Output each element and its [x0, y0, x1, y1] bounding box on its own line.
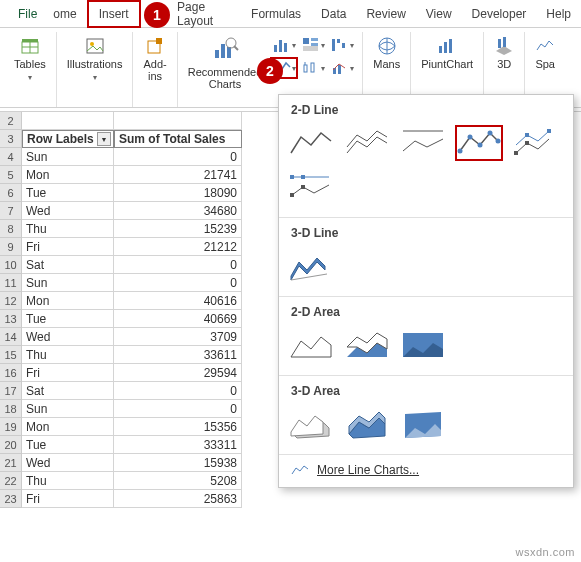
cell[interactable]	[114, 112, 242, 130]
row-header[interactable]: 15	[0, 346, 21, 364]
cell[interactable]: Wed	[22, 328, 114, 346]
cell[interactable]: 21212	[114, 238, 242, 256]
row-header[interactable]: 19	[0, 418, 21, 436]
maps-button[interactable]: Mans	[369, 34, 404, 72]
row-header[interactable]: 20	[0, 436, 21, 454]
tab-view[interactable]: View	[416, 2, 462, 26]
cell[interactable]: 29594	[114, 364, 242, 382]
3d-area-option[interactable]	[287, 406, 335, 442]
cell[interactable]: Mon	[22, 166, 114, 184]
cell[interactable]: 0	[114, 256, 242, 274]
tab-file[interactable]: File	[6, 2, 49, 26]
cell[interactable]: Sun	[22, 274, 114, 292]
row-header[interactable]: 17	[0, 382, 21, 400]
tab-help[interactable]: Help	[536, 2, 581, 26]
cell[interactable]: 21741	[114, 166, 242, 184]
tab-home-partial[interactable]: ome	[49, 2, 86, 26]
cell[interactable]: 18090	[114, 184, 242, 202]
tab-data[interactable]: Data	[311, 2, 356, 26]
row-header[interactable]: 12	[0, 292, 21, 310]
row-header[interactable]: 23	[0, 490, 21, 508]
filter-dropdown-icon[interactable]: ▼	[97, 132, 111, 146]
cell[interactable]: Fri	[22, 238, 114, 256]
illustrations-button[interactable]: Illustrations▾	[63, 34, 127, 85]
row-header[interactable]: 13	[0, 310, 21, 328]
tab-page-layout[interactable]: Page Layout	[167, 0, 241, 33]
stacked-line-markers-option[interactable]	[511, 125, 559, 161]
cell[interactable]: Sat	[22, 256, 114, 274]
3d-stacked-area-option[interactable]	[343, 406, 391, 442]
percent-stacked-line-option[interactable]	[399, 125, 447, 161]
stacked-line-option[interactable]	[343, 125, 391, 161]
cell[interactable]: 0	[114, 400, 242, 418]
cell[interactable]: 15239	[114, 220, 242, 238]
row-header[interactable]: 3	[0, 130, 21, 148]
cell[interactable]: 34680	[114, 202, 242, 220]
cell[interactable]: Sun	[22, 148, 114, 166]
cell[interactable]: Wed	[22, 202, 114, 220]
cell[interactable]: Sun	[22, 400, 114, 418]
cell[interactable]: Sat	[22, 382, 114, 400]
row-header[interactable]: 14	[0, 328, 21, 346]
recommended-charts-button[interactable]: Recommended Charts	[184, 34, 267, 92]
combo-chart-button[interactable]: ▾	[328, 57, 356, 79]
column-chart-button[interactable]: ▾	[270, 34, 298, 56]
line-chart-option[interactable]	[287, 125, 335, 161]
cell[interactable]: Fri	[22, 490, 114, 508]
cell[interactable]: Tue	[22, 184, 114, 202]
row-header[interactable]: 10	[0, 256, 21, 274]
stacked-area-option[interactable]	[343, 327, 391, 363]
row-header[interactable]: 18	[0, 400, 21, 418]
cell[interactable]: 40616	[114, 292, 242, 310]
tables-button[interactable]: Tables▾	[10, 34, 50, 85]
area-option[interactable]	[287, 327, 335, 363]
cell[interactable]: Mon	[22, 418, 114, 436]
cell[interactable]: Thu	[22, 472, 114, 490]
row-header[interactable]: 16	[0, 364, 21, 382]
cell[interactable]: 25863	[114, 490, 242, 508]
cell[interactable]: Tue	[22, 310, 114, 328]
cell[interactable]	[22, 112, 114, 130]
3d-line-option[interactable]	[287, 248, 335, 284]
row-header[interactable]: 9	[0, 238, 21, 256]
row-header[interactable]: 21	[0, 454, 21, 472]
waterfall-chart-button[interactable]: ▾	[328, 34, 356, 56]
percent-stacked-area-option[interactable]	[399, 327, 447, 363]
statistic-chart-button[interactable]: ▾	[299, 57, 327, 79]
cell[interactable]: Thu	[22, 346, 114, 364]
row-header[interactable]: 4	[0, 148, 21, 166]
cell[interactable]: 0	[114, 148, 242, 166]
addins-button[interactable]: Add- ins	[139, 34, 170, 84]
cell[interactable]: Mon	[22, 292, 114, 310]
cell[interactable]: 33311	[114, 436, 242, 454]
more-line-charts[interactable]: More Line Charts...	[279, 455, 573, 481]
row-header[interactable]: 2	[0, 112, 21, 130]
3d-percent-stacked-area-option[interactable]	[399, 406, 447, 442]
row-header[interactable]: 5	[0, 166, 21, 184]
tab-insert[interactable]: Insert	[87, 0, 141, 28]
cell[interactable]: 3709	[114, 328, 242, 346]
pivot-header-sum[interactable]: Sum of Total Sales	[114, 130, 242, 148]
pivot-header-rowlabels[interactable]: Row Labels▼	[22, 130, 114, 148]
row-header[interactable]: 6	[0, 184, 21, 202]
sparklines-button[interactable]: Spa	[531, 34, 559, 72]
row-header[interactable]: 8	[0, 220, 21, 238]
cell[interactable]: Fri	[22, 364, 114, 382]
cell[interactable]: Thu	[22, 220, 114, 238]
cell[interactable]: 0	[114, 274, 242, 292]
percent-stacked-line-markers-option[interactable]	[287, 169, 335, 205]
tab-formulas[interactable]: Formulas	[241, 2, 311, 26]
tab-review[interactable]: Review	[356, 2, 415, 26]
row-header[interactable]: 7	[0, 202, 21, 220]
cell[interactable]: 15938	[114, 454, 242, 472]
tab-developer[interactable]: Developer	[462, 2, 537, 26]
cell[interactable]: 40669	[114, 310, 242, 328]
line-with-markers-option[interactable]	[455, 125, 503, 161]
cell[interactable]: 15356	[114, 418, 242, 436]
cell[interactable]: 0	[114, 382, 242, 400]
3d-map-button[interactable]: 3D	[490, 34, 518, 72]
row-header[interactable]: 22	[0, 472, 21, 490]
hierarchy-chart-button[interactable]: ▾	[299, 34, 327, 56]
cell[interactable]: 33611	[114, 346, 242, 364]
cell[interactable]: Tue	[22, 436, 114, 454]
